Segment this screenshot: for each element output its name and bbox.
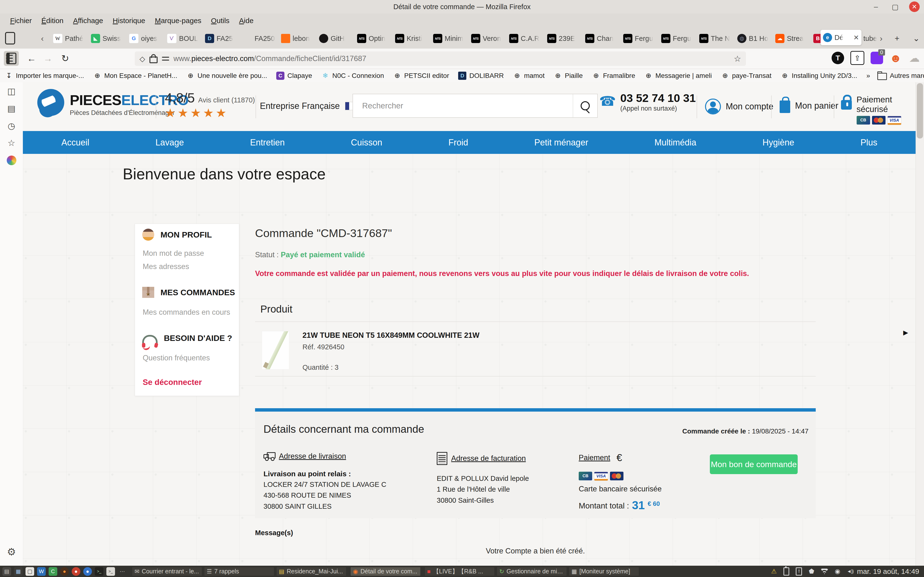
launcher-file-cabinet[interactable]: ▤ <box>2 567 11 576</box>
tab[interactable]: ◍ B1 Ho <box>735 31 772 46</box>
new-tab-button[interactable]: + <box>890 31 904 46</box>
product-image[interactable] <box>262 331 289 369</box>
search-button[interactable] <box>573 94 597 117</box>
scrollbar-thumb[interactable] <box>917 83 923 139</box>
sidebar-tabs-button[interactable] <box>3 31 17 46</box>
launcher-writer[interactable]: W <box>37 567 46 576</box>
tab[interactable]: NTS Veron <box>469 31 506 46</box>
volume-icon[interactable]: ◄)) <box>846 567 853 575</box>
tab[interactable]: NTS Chan <box>583 31 620 46</box>
extension-thumb-icon[interactable]: ⇪ <box>850 51 864 65</box>
tab[interactable]: NTS C.A.R <box>507 31 544 46</box>
tab[interactable]: W Pathé <box>50 31 88 46</box>
addresses-link[interactable]: Mes adresses <box>143 262 189 271</box>
tab-active[interactable]: e Dé ✕ <box>821 30 861 45</box>
menu-button[interactable]: ☰ <box>2 51 17 66</box>
tab[interactable]: G oiyes <box>126 31 164 46</box>
nvidia-icon[interactable]: ◉ <box>834 567 841 575</box>
launcher-firefox[interactable]: ● <box>60 567 69 576</box>
minimize-button[interactable]: – <box>871 2 881 12</box>
tab[interactable]: Ѵ BOUL <box>165 31 202 46</box>
bookmark-item[interactable]: ⊕ Piaille <box>554 72 583 80</box>
taskbar-window[interactable]: ✉ Courrier entrant - le... <box>132 567 202 576</box>
bookmarks-overflow-chevron[interactable]: » <box>866 72 870 80</box>
bookmarks-icon[interactable]: ☆ <box>8 138 15 148</box>
history-icon[interactable]: ◷ <box>8 121 15 131</box>
bookmark-item[interactable]: ⊕ mamot <box>513 72 545 80</box>
clipboard-alert-icon[interactable]: ! <box>795 567 803 575</box>
taskbar-window[interactable]: ▦ [Moniteur système] <box>569 567 639 576</box>
menu-item[interactable]: Historique <box>108 16 150 25</box>
launcher-browser[interactable]: ● <box>83 567 92 576</box>
taskbar-window[interactable]: ↻ Gestionnaire de mis... <box>497 567 567 576</box>
forward-button[interactable]: → <box>40 51 55 66</box>
back-button[interactable]: ← <box>24 51 39 66</box>
faq-link[interactable]: Question fréquentes <box>143 354 210 362</box>
expand-arrow-icon[interactable]: ► <box>901 328 910 337</box>
taskbar-clock[interactable]: mar. 19 août, 14:49 <box>857 567 919 575</box>
tab-scroll-left-button[interactable]: ‹ <box>36 31 49 46</box>
launcher-files[interactable]: ▢ <box>26 567 34 576</box>
page-scrollbar[interactable] <box>916 82 924 566</box>
nav-item[interactable]: Entretien <box>250 137 285 148</box>
nav-item[interactable]: Petit ménager <box>535 137 588 148</box>
tab[interactable]: NTS Minim <box>431 31 468 46</box>
bookmark-item[interactable]: ⊕ Installing Unity 2D/3... <box>780 72 857 80</box>
url-text[interactable]: www.pieces-electro.com/Commande/ficheCli… <box>173 54 366 63</box>
nav-item[interactable]: Hygiène <box>762 137 794 148</box>
tab[interactable]: FA2505-C <box>241 31 278 46</box>
account-button[interactable]: Mon compte <box>705 98 773 114</box>
tab[interactable]: NTS Fergu <box>621 31 658 46</box>
menu-item[interactable]: Aide <box>234 16 258 25</box>
nav-item[interactable]: Accueil <box>61 137 89 148</box>
bookmark-item[interactable]: ⊕ Mon Espace - PlanetH... <box>93 72 177 80</box>
payment-title[interactable]: Paiement <box>579 453 610 462</box>
bookmark-item[interactable]: ⊕ PETSCII editor <box>393 72 449 80</box>
sidebar-pages-icon[interactable]: ▤ <box>7 104 15 114</box>
tab[interactable]: D FA25 <box>203 31 240 46</box>
settings-gear-icon[interactable]: ⚙ <box>7 546 16 558</box>
security-shield-icon[interactable]: ⬟ <box>808 567 815 575</box>
billing-title[interactable]: Adresse de facturation <box>451 454 526 463</box>
current-orders-link[interactable]: Mes commandes en cours <box>143 308 230 317</box>
reload-button[interactable]: ↻ <box>58 51 73 66</box>
tab[interactable]: GitH <box>317 31 354 46</box>
nav-item[interactable]: Multimédia <box>654 137 696 148</box>
password-link[interactable]: Mon mot de passe <box>143 249 204 258</box>
extension-wheel-icon[interactable] <box>7 156 16 165</box>
tab-close-icon[interactable]: ✕ <box>853 34 859 42</box>
search-input[interactable] <box>353 101 573 111</box>
tab[interactable]: NTS The N <box>697 31 734 46</box>
nav-item[interactable]: Plus <box>861 137 877 148</box>
logout-link[interactable]: Se déconnecter <box>143 378 202 387</box>
menu-item[interactable]: Marque-pages <box>150 16 206 25</box>
url-bar[interactable]: ◇ www.pieces-electro.com/Commande/ficheC… <box>135 52 746 66</box>
cart-button[interactable]: Mon panier <box>780 98 838 113</box>
launcher-more[interactable]: ⋯ <box>118 567 126 576</box>
taskbar-window[interactable]: ☰ 7 rappels <box>204 567 274 576</box>
tab[interactable]: lebon <box>279 31 316 46</box>
sidebar-panels-icon[interactable]: ◫ <box>7 86 15 97</box>
bookmark-item[interactable]: C Clapaye <box>276 72 312 80</box>
maximize-button[interactable]: ▢ <box>890 2 900 12</box>
bookmark-item[interactable]: ⊕ Une nouvelle ère pou... <box>186 72 267 80</box>
bookmark-item[interactable]: ⊕ Framalibre <box>592 72 635 80</box>
tracking-shield-icon[interactable]: ◇ <box>140 55 145 63</box>
extension-t-icon[interactable]: T <box>832 52 844 64</box>
bookmark-item[interactable]: ❄ N0C - Connexion <box>321 72 384 80</box>
bookmark-star-icon[interactable]: ☆ <box>734 54 741 63</box>
tab[interactable]: NTS 239E <box>545 31 582 46</box>
tab[interactable]: ◣ Swiss <box>89 31 126 46</box>
nav-item[interactable]: Lavage <box>155 137 184 148</box>
extension-cloud-icon[interactable]: ☁ <box>908 52 921 64</box>
tab-scroll-right-button[interactable]: › <box>874 31 888 46</box>
order-voucher-button[interactable]: Mon bon de commande <box>710 455 798 474</box>
nav-item[interactable]: Froid <box>448 137 468 148</box>
taskbar-window-active[interactable]: ◉ Détail de votre com... <box>351 567 421 576</box>
close-button[interactable]: ✕ <box>909 2 920 12</box>
phone-block[interactable]: ☎ 03 52 74 10 31 (Appel non surtaxé) <box>599 92 696 112</box>
menu-item[interactable]: Affichage <box>68 16 108 25</box>
lock-icon[interactable] <box>149 56 158 63</box>
display-warning-icon[interactable]: ⚠ <box>770 567 777 575</box>
shipping-title[interactable]: Adresse de livraison <box>279 452 346 461</box>
